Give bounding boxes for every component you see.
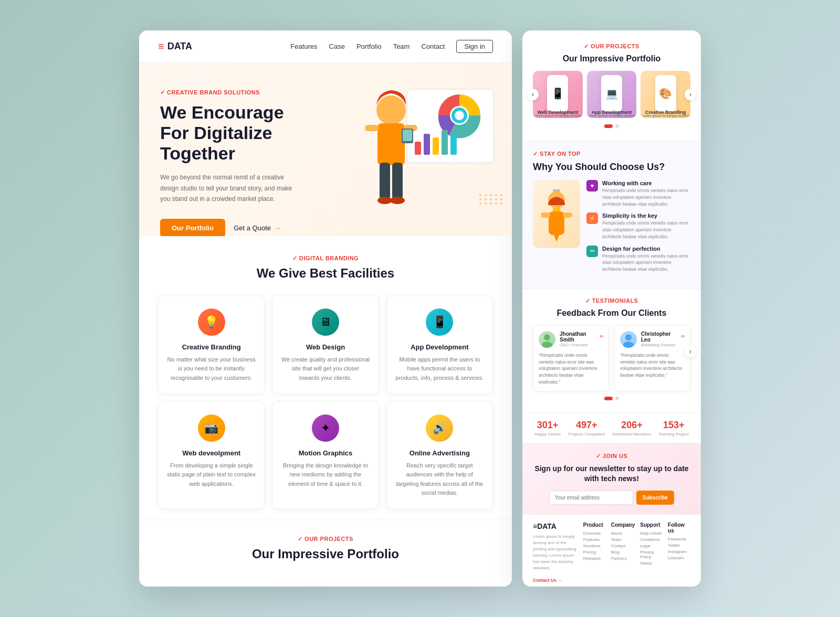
testimonials-tag: ✓ TESTIMONIALS [533, 297, 690, 304]
card-desc-0: No matter what size your business is you… [167, 355, 256, 383]
svg-point-26 [544, 334, 550, 341]
facilities-tag: ✓ DIGITAL BRANDING [158, 255, 493, 262]
svg-point-28 [625, 334, 632, 341]
card-desc-2: Mobile apps permit the users to have fun… [395, 355, 484, 383]
card-desc-5: Reach very specific target audiences wit… [395, 461, 484, 498]
choose-svg [533, 180, 580, 248]
portfolio-card-0[interactable]: 📱 Web Development Lorem ipsum is simply … [533, 71, 583, 118]
svg-rect-16 [403, 130, 412, 141]
hero-tag-text: ✓ CREATIVE BRAND SOLUTIONS [160, 89, 260, 96]
nav-contact[interactable]: Contact [421, 42, 445, 50]
avatar-0 [539, 331, 555, 348]
hero-title: We Encourage For Digitalize Together [160, 102, 307, 164]
card-desc-4: Bringing the design knowledge to new med… [281, 461, 370, 489]
card-app-dev: 📱 App Development Mobile apps permit the… [386, 295, 493, 394]
facilities-grid: 💡 Creative Branding No matter what size … [158, 295, 493, 509]
portfolio-carousel: ‹ 📱 Web Development Lorem ipsum is simpl… [533, 71, 690, 118]
hero-tag: ✓ CREATIVE BRAND SOLUTIONS [160, 89, 307, 96]
footer-desc: Lorem ipsum is simply dummy text of the … [533, 534, 578, 571]
navigation: ≡ DATA Features Case Portfolio Team Cont… [139, 30, 512, 63]
testimonials-dot-1[interactable] [604, 397, 613, 400]
working-care-icon: ♥ [586, 180, 598, 192]
nav-features[interactable]: Features [290, 42, 317, 50]
get-quote-button[interactable]: Get a Quote → [234, 224, 281, 232]
portfolio-button[interactable]: Our Portfolio [160, 219, 225, 236]
portfolio-section-left: ✓ OUR PROJECTS Our Impressive Portfolio [139, 519, 512, 587]
card-title-3: Web deveolpment [167, 449, 256, 457]
testimonials-title: Feedback From Our Clients [533, 309, 690, 318]
svg-rect-6 [433, 137, 439, 155]
newsletter-form: Subscribe [533, 491, 690, 505]
newsletter-subscribe-button[interactable]: Subscribe [636, 491, 674, 505]
stat-2: 206+ Distributed Members [613, 420, 652, 437]
footer-contact-link[interactable]: Contact Us → [533, 578, 562, 583]
testimonial-cards: Jhonathan Smith CEO / Founder " "Perspic… [533, 325, 690, 391]
svg-point-27 [542, 342, 552, 348]
hero-section: ✓ CREATIVE BRAND SOLUTIONS We Encourage … [139, 63, 512, 236]
testimonials-carousel: Jhonathan Smith CEO / Founder " "Perspic… [533, 325, 690, 391]
signin-button[interactable]: Sign in [456, 40, 493, 53]
svg-rect-11 [380, 163, 390, 199]
footer-grid: ≡DATA Lorem ipsum is simply dummy text o… [533, 522, 690, 584]
choose-us-section: ✓ STAY ON TOP Why You Should Choose Us? [522, 141, 701, 289]
portfolio-card-2[interactable]: 🎨 Creative Branding Lorem ipsum is simpl… [640, 71, 690, 118]
dot-1[interactable] [604, 124, 613, 128]
choose-features: ♥ Working with care Perspiciatis unde om… [586, 180, 690, 273]
footer-col-support: Support Help Center Conditions Legal Pri… [640, 522, 663, 584]
left-panel: ≡ DATA Features Case Portfolio Team Cont… [139, 30, 512, 587]
brand-logo[interactable]: ≡ DATA [158, 40, 192, 52]
choose-figure: ♥ Working with care Perspiciatis unde om… [533, 180, 690, 273]
testimonial-0: Jhonathan Smith CEO / Founder " "Perspic… [533, 325, 609, 391]
portfolio-right-tag: ✓ OUR PROJECTS [533, 43, 690, 50]
feature-design: ✏ Design for perfection Perspiciatis und… [586, 246, 690, 273]
facilities-section: ✓ DIGITAL BRANDING We Give Best Faciliti… [139, 236, 512, 519]
facilities-title: We Give Best Facilities [158, 266, 493, 281]
testimonial-1: Christopher Leo Marketing Director " "Pe… [614, 325, 690, 391]
testimonials-dots [533, 397, 690, 400]
testimonials-next-arrow[interactable]: › [685, 346, 696, 357]
hero-visual [333, 68, 501, 226]
portfolio-card-1[interactable]: 💻 App Development Lorem ipsum is simply … [587, 71, 637, 118]
portfolio-prev-arrow[interactable]: ‹ [527, 89, 539, 100]
svg-rect-8 [450, 135, 457, 155]
card-title-5: Online Advertising [395, 449, 484, 457]
quote-icon-0: " [600, 333, 603, 345]
advertising-icon: 🔊 [426, 414, 453, 442]
nav-portfolio[interactable]: Portfolio [356, 42, 382, 50]
svg-rect-13 [365, 125, 379, 131]
stats-section: 301+ Happy Clients 497+ Projects Complet… [522, 413, 701, 443]
dots-decoration [479, 194, 503, 205]
choose-tag: ✓ STAY ON TOP [533, 151, 690, 157]
newsletter-section: ✓ JOIN US Sign up for our newsletter to … [522, 443, 701, 514]
nav-team[interactable]: Team [393, 42, 410, 50]
creative-branding-icon: 💡 [198, 309, 225, 336]
newsletter-email-input[interactable] [549, 491, 633, 505]
svg-rect-4 [415, 142, 421, 155]
app-dev-icon: 📱 [426, 309, 453, 336]
testimonials-dot-2[interactable] [615, 397, 619, 400]
portfolio-next-arrow[interactable]: › [685, 89, 696, 100]
card-online-advertising: 🔊 Online Advertising Reach very specific… [386, 401, 493, 509]
hero-text: ✓ CREATIVE BRAND SOLUTIONS We Encourage … [160, 79, 307, 236]
svg-rect-23 [549, 211, 564, 235]
web-design-icon: 🖥 [312, 309, 339, 336]
nav-links: Features Case Portfolio Team Contact Sig… [290, 40, 493, 53]
portfolio-left-title: Our Impressive Portfolio [158, 547, 493, 561]
testimonials-section: ✓ TESTIMONIALS Feedback From Our Clients… [522, 289, 701, 413]
design-icon: ✏ [586, 246, 598, 257]
portfolio-nav-dots [533, 124, 690, 128]
dot-2[interactable] [615, 124, 619, 128]
avatar-1 [620, 331, 637, 348]
card-creative-branding: 💡 Creative Branding No matter what size … [158, 295, 265, 394]
footer-col-social: Follow us Facebook Twitter Instagram Lin… [668, 522, 690, 584]
stat-3: 153+ Running Project [659, 420, 689, 437]
nav-case[interactable]: Case [329, 42, 345, 50]
choose-title: Why You Should Choose Us? [533, 162, 690, 173]
hero-description: We go beyond the normal remit of a creat… [160, 172, 297, 204]
svg-rect-5 [424, 134, 430, 155]
svg-point-29 [623, 342, 634, 348]
svg-point-18 [390, 197, 405, 204]
design-text: Design for perfection Perspiciatis unde … [602, 246, 690, 273]
card-desc-3: From developing a simple single static p… [167, 461, 256, 489]
card-title-2: App Development [395, 343, 484, 351]
